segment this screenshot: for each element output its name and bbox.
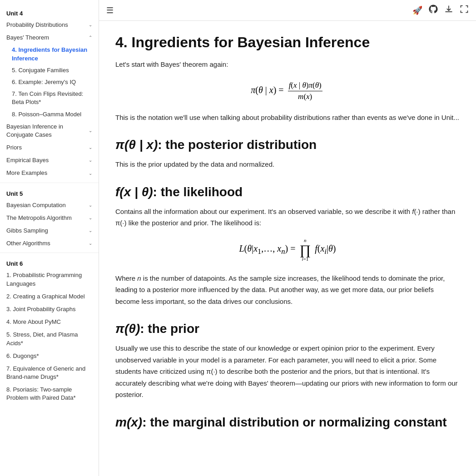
sidebar-item-ingredients[interactable]: 4. Ingredients for Bayesian Inference bbox=[0, 44, 99, 64]
sidebar: Unit 4 Probability Distributions ⌄ Bayes… bbox=[0, 0, 99, 476]
fullscreen-icon[interactable] bbox=[460, 5, 469, 16]
unit6-header: Unit 6 bbox=[0, 256, 99, 269]
chevron-down-icon: ⌄ bbox=[89, 240, 92, 247]
prior-body: Usually we use this to describe the stat… bbox=[115, 342, 460, 401]
sidebar-item-bayes-theorem[interactable]: Bayes' Theorem ⌃ bbox=[0, 31, 99, 44]
sidebar-item-dugongs[interactable]: 6. Dugongs* bbox=[0, 350, 99, 362]
intro-text: Let's start with Bayes' theorem again: bbox=[115, 59, 460, 70]
sidebar-item-ten-coin-flips[interactable]: 7. Ten Coin Flips Revisited: Beta Plots* bbox=[0, 88, 99, 108]
bayes-formula: π(θ | x) = f(x | θ)π(θ) m(x) bbox=[115, 81, 460, 101]
sidebar-item-joint-probability[interactable]: 3. Joint Probability Graphs bbox=[0, 303, 99, 316]
sidebar-item-pymc[interactable]: 4. More About PyMC bbox=[0, 316, 99, 328]
sidebar-item-bayesian-inference-conjugate[interactable]: Bayesian Inference in Conjugate Cases ⌄ bbox=[0, 120, 99, 141]
main-panel: ☰ 🚀 4. Ingredients for Bayesian Inferenc… bbox=[99, 0, 476, 476]
sidebar-item-other-algorithms[interactable]: Other Algorithms ⌄ bbox=[0, 237, 99, 250]
likelihood-formula: L(θ|x1,…, xn) = n ∏ i=1 f(xi|θ) bbox=[115, 238, 460, 262]
chevron-down-icon: ⌄ bbox=[89, 22, 92, 28]
github-icon[interactable] bbox=[429, 5, 438, 16]
sidebar-item-more-examples[interactable]: More Examples ⌄ bbox=[0, 167, 99, 179]
sidebar-item-equivalence[interactable]: 7. Equivalence of Generic and Brand-name… bbox=[0, 362, 99, 383]
sidebar-item-conjugate-families[interactable]: 5. Conjugate Families bbox=[0, 64, 99, 76]
likelihood-header: f(x | θ): the likelihood bbox=[115, 185, 460, 199]
sidebar-item-empirical-bayes[interactable]: Empirical Bayes ⌄ bbox=[0, 154, 99, 167]
likelihood-body: Where n is the number of datapoints. As … bbox=[115, 273, 460, 307]
sidebar-item-probability-distributions[interactable]: Probability Distributions ⌄ bbox=[0, 19, 99, 31]
sidebar-item-jeremys-iq[interactable]: 6. Example: Jeremy's IQ bbox=[0, 76, 99, 88]
content-area: 4. Ingredients for Bayesian Inference Le… bbox=[99, 21, 476, 476]
download-icon[interactable] bbox=[444, 5, 453, 16]
sidebar-item-graphical-model[interactable]: 2. Creating a Graphical Model bbox=[0, 290, 99, 303]
topbar: ☰ 🚀 bbox=[99, 0, 476, 21]
menu-icon[interactable]: ☰ bbox=[106, 5, 114, 15]
sidebar-item-gibbs[interactable]: Gibbs Sampling ⌄ bbox=[0, 224, 99, 237]
sidebar-item-bayesian-computation[interactable]: Bayesian Computation ⌄ bbox=[0, 199, 99, 212]
chevron-down-icon: ⌄ bbox=[89, 170, 92, 177]
chevron-down-icon: ⌄ bbox=[89, 157, 92, 164]
chevron-down-icon: ⌄ bbox=[89, 144, 92, 151]
rocket-icon[interactable]: 🚀 bbox=[412, 5, 422, 15]
posterior-header: π(θ | x): the posterior distribution bbox=[115, 138, 460, 152]
chevron-up-icon: ⌃ bbox=[89, 35, 92, 41]
sidebar-item-psoriasis[interactable]: 8. Psoriasis: Two-sample Problem with Pa… bbox=[0, 383, 99, 404]
chevron-down-icon: ⌄ bbox=[89, 228, 92, 234]
likelihood-intro: Contains all the information about our e… bbox=[115, 206, 460, 229]
sidebar-item-ppl[interactable]: 1. Probabilistic Programming Languages bbox=[0, 269, 99, 290]
prior-header: π(θ): the prior bbox=[115, 322, 460, 336]
sidebar-item-metropolis[interactable]: The Metropolis Algorithm ⌄ bbox=[0, 212, 99, 224]
unit4-header: Unit 4 bbox=[0, 5, 99, 19]
chevron-down-icon: ⌄ bbox=[89, 128, 92, 134]
page-title: 4. Ingredients for Bayesian Inference bbox=[115, 34, 460, 51]
chevron-down-icon: ⌄ bbox=[89, 215, 92, 221]
unit5-header: Unit 5 bbox=[0, 186, 99, 199]
chevron-down-icon: ⌄ bbox=[89, 202, 92, 208]
notation-text: This is the notation we'll use when talk… bbox=[115, 112, 460, 123]
sidebar-item-poisson-gamma[interactable]: 8. Poisson–Gamma Model bbox=[0, 109, 99, 120]
sidebar-item-priors[interactable]: Priors ⌄ bbox=[0, 141, 99, 154]
sidebar-item-stress-diet[interactable]: 5. Stress, Diet, and Plasma Acids* bbox=[0, 328, 99, 349]
marginal-header: m(x): the marginal distribution or norma… bbox=[115, 415, 460, 430]
posterior-body: This is the prior updated by the data an… bbox=[115, 159, 460, 170]
